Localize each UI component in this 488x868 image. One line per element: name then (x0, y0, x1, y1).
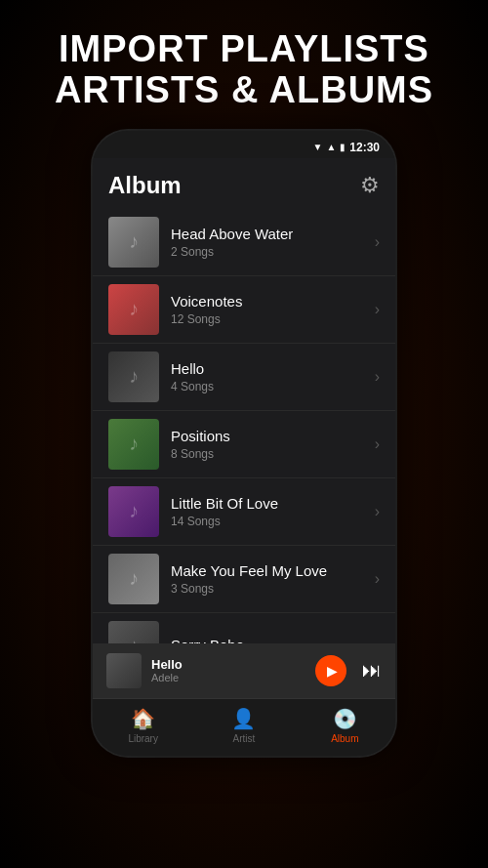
chevron-right-icon: › (375, 233, 380, 251)
album-thumb-make-you-feel: ♪ (108, 554, 159, 604)
album-info-little-bit-of-love: Little Bit Of Love 14 Songs (171, 495, 363, 528)
wifi-icon: ▼ (312, 142, 322, 152)
album-info-voicenotes: Voicenotes 12 Songs (171, 293, 363, 326)
app-header: Album ⚙ (93, 158, 395, 209)
album-info-make-you-feel: Make You Feel My Love 3 Songs (171, 562, 363, 596)
album-info-hello: Hello 4 Songs (171, 360, 363, 393)
play-icon: ▶ (327, 663, 338, 679)
nav-label-album: Album (331, 733, 358, 744)
battery-icon: ▮ (340, 142, 346, 152)
chevron-right-icon: › (375, 368, 380, 386)
album-name-make-you-feel: Make You Feel My Love (171, 562, 363, 579)
album-item-voicenotes[interactable]: ♪ Voicenotes 12 Songs › (93, 276, 395, 344)
skip-next-button[interactable]: ⏭ (362, 659, 382, 682)
nav-item-artist[interactable]: 👤 Artist (193, 707, 294, 744)
album-thumb-positions: ♪ (108, 419, 159, 470)
settings-icon[interactable]: ⚙ (360, 173, 380, 198)
album-name-voicenotes: Voicenotes (171, 293, 363, 310)
album-songs-little-bit-of-love: 14 Songs (171, 515, 363, 528)
album-songs-hello: 4 Songs (171, 380, 363, 393)
album-item-hello[interactable]: ♪ Hello 4 Songs › (93, 344, 395, 411)
status-time: 12:30 (349, 141, 380, 154)
chevron-right-icon: › (375, 503, 380, 520)
album-thumb-little-bit-of-love: ♪ (108, 486, 159, 537)
album-name-sorry-babe: Sorry Babe (171, 637, 363, 643)
album-item-sorry-babe[interactable]: ♪ Sorry Babe › (93, 613, 395, 643)
page-title: Album (108, 172, 182, 199)
album-songs-voicenotes: 12 Songs (171, 312, 363, 326)
album-info-head-above-water: Head Above Water 2 Songs (171, 226, 363, 259)
hero-line1: IMPORT PLAYLISTS (55, 29, 433, 70)
nav-label-artist: Artist (233, 733, 256, 744)
nav-icon-artist: 👤 (231, 707, 256, 730)
album-songs-make-you-feel: 3 Songs (171, 582, 363, 596)
nav-label-library: Library (128, 733, 158, 744)
album-thumb-voicenotes: ♪ (108, 284, 159, 335)
status-bar: ▼ ▲ ▮ 12:30 (93, 131, 395, 158)
album-name-positions: Positions (171, 428, 363, 444)
album-item-little-bit-of-love[interactable]: ♪ Little Bit Of Love 14 Songs › (93, 478, 395, 546)
album-songs-positions: 8 Songs (171, 447, 363, 461)
album-thumb-hello: ♪ (108, 351, 159, 402)
chevron-right-icon: › (375, 435, 380, 453)
album-item-make-you-feel[interactable]: ♪ Make You Feel My Love 3 Songs › (93, 546, 395, 613)
album-list: ♪ Head Above Water 2 Songs › ♪ Voicenote… (93, 209, 395, 643)
nav-icon-library: 🏠 (131, 707, 155, 730)
album-name-little-bit-of-love: Little Bit Of Love (171, 495, 363, 512)
play-button[interactable]: ▶ (315, 655, 346, 686)
bottom-nav: 🏠 Library 👤 Artist 💿 Album (93, 698, 395, 756)
hero-line2: ARTISTS & ALBUMS (55, 70, 433, 111)
album-item-head-above-water[interactable]: ♪ Head Above Water 2 Songs › (93, 209, 395, 276)
now-playing-bar: Hello Adele ▶ ⏭ (93, 643, 395, 698)
hero-heading: IMPORT PLAYLISTS ARTISTS & ALBUMS (35, 0, 453, 131)
nav-item-library[interactable]: 🏠 Library (93, 707, 193, 744)
nav-icon-album: 💿 (333, 707, 357, 730)
album-info-positions: Positions 8 Songs (171, 428, 363, 461)
album-thumb-sorry-babe: ♪ (108, 621, 159, 643)
album-songs-head-above-water: 2 Songs (171, 245, 363, 259)
album-name-head-above-water: Head Above Water (171, 226, 363, 242)
chevron-right-icon: › (375, 570, 380, 588)
nav-item-album[interactable]: 💿 Album (295, 707, 395, 744)
album-thumb-head-above-water: ♪ (108, 217, 159, 268)
album-item-positions[interactable]: ♪ Positions 8 Songs › (93, 411, 395, 478)
phone-mockup: ▼ ▲ ▮ 12:30 Album ⚙ ♪ Head Above Water 2… (93, 131, 395, 756)
now-playing-artist: Adele (151, 672, 305, 683)
now-playing-info: Hello Adele (151, 657, 305, 683)
now-playing-thumb (106, 653, 142, 688)
album-info-sorry-babe: Sorry Babe (171, 637, 363, 643)
status-icons: ▼ ▲ ▮ 12:30 (312, 141, 380, 154)
signal-icon: ▲ (326, 142, 336, 152)
app-content: Album ⚙ ♪ Head Above Water 2 Songs › ♪ V… (93, 158, 395, 756)
chevron-right-icon: › (375, 301, 380, 318)
now-playing-title: Hello (151, 657, 305, 672)
album-name-hello: Hello (171, 360, 363, 377)
